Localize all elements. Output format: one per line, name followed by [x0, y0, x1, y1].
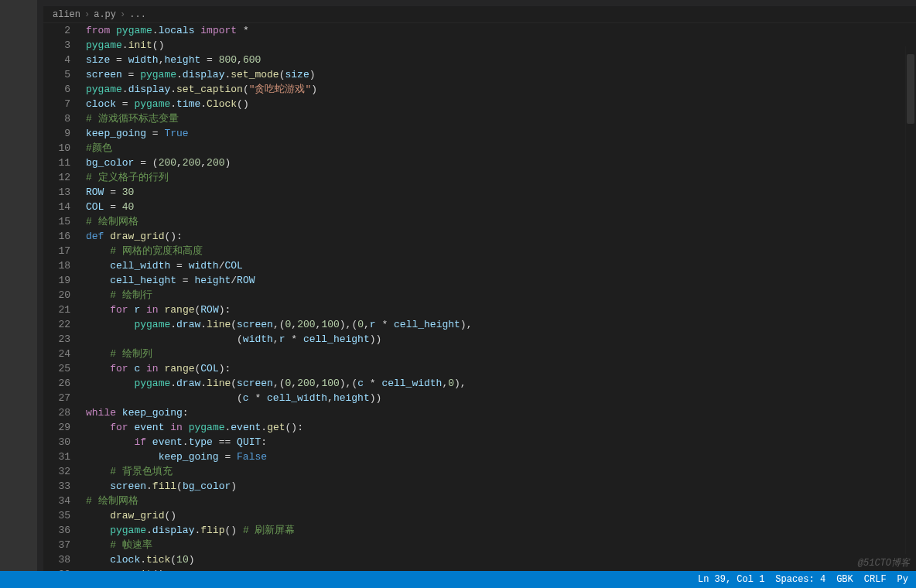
code-line[interactable]: 16def draw_grid():: [43, 229, 916, 244]
line-number[interactable]: 4: [43, 53, 86, 67]
line-content[interactable]: keep_going = True: [86, 126, 916, 141]
line-content[interactable]: COL = 40: [86, 200, 916, 214]
code-line[interactable]: 18 cell_width = width/COL: [43, 258, 916, 273]
code-line[interactable]: 19 cell_height = height/ROW: [43, 273, 916, 288]
line-number[interactable]: 12: [43, 170, 86, 185]
code-line[interactable]: 6pygame.display.set_caption("贪吃蛇游戏"): [43, 82, 916, 97]
code-line[interactable]: 33 screen.fill(bg_color): [43, 479, 916, 494]
line-content[interactable]: cell_height = height/ROW: [86, 273, 916, 288]
line-content[interactable]: pygame.init(): [86, 38, 916, 53]
code-line[interactable]: 29 for event in pygame.event.get():: [43, 420, 916, 435]
status-language[interactable]: Py: [897, 574, 908, 585]
line-content[interactable]: pygame.draw.line(screen,(0,200,100),(0,r…: [86, 317, 916, 332]
code-line[interactable]: 32 # 背景色填充: [43, 464, 916, 479]
line-content[interactable]: def draw_grid():: [86, 229, 916, 244]
line-content[interactable]: bg_color = (200,200,200): [86, 156, 916, 170]
line-number[interactable]: 32: [43, 464, 86, 479]
code-line[interactable]: 28while keep_going:: [43, 405, 916, 420]
line-number[interactable]: 13: [43, 185, 86, 200]
line-number[interactable]: 7: [43, 97, 86, 111]
code-editor[interactable]: 2from pygame.locals import *3pygame.init…: [43, 23, 916, 571]
line-content[interactable]: clock.tick(10): [86, 552, 916, 567]
status-line-col[interactable]: Ln 39, Col 1: [698, 574, 764, 585]
line-content[interactable]: (c * cell_width,height)): [86, 391, 916, 405]
line-content[interactable]: # 绘制行: [86, 288, 916, 303]
line-number[interactable]: 2: [43, 23, 86, 38]
code-line[interactable]: 25 for c in range(COL):: [43, 361, 916, 376]
line-content[interactable]: for event in pygame.event.get():: [86, 420, 916, 435]
code-line[interactable]: 34# 绘制网格: [43, 494, 916, 508]
line-content[interactable]: screen.fill(bg_color): [86, 479, 916, 494]
code-line[interactable]: 24 # 绘制列: [43, 347, 916, 361]
line-number[interactable]: 10: [43, 141, 86, 156]
line-number[interactable]: 9: [43, 126, 86, 141]
line-number[interactable]: 16: [43, 229, 86, 244]
line-content[interactable]: draw_grid(): [86, 508, 916, 523]
line-number[interactable]: 22: [43, 317, 86, 332]
line-number[interactable]: 34: [43, 494, 86, 508]
line-number[interactable]: 29: [43, 420, 86, 435]
code-line[interactable]: 17 # 网格的宽度和高度: [43, 244, 916, 258]
line-number[interactable]: 24: [43, 347, 86, 361]
line-content[interactable]: # 帧速率: [86, 538, 916, 552]
line-number[interactable]: 31: [43, 450, 86, 464]
code-line[interactable]: 37 # 帧速率: [43, 538, 916, 552]
activity-bar[interactable]: [0, 0, 37, 588]
code-line[interactable]: 13ROW = 30: [43, 185, 916, 200]
code-line[interactable]: 30 if event.type == QUIT:: [43, 435, 916, 450]
line-content[interactable]: from pygame.locals import *: [86, 23, 916, 38]
line-content[interactable]: ROW = 30: [86, 185, 916, 200]
tab-bar[interactable]: [43, 0, 916, 6]
line-content[interactable]: pygame.display.set_caption("贪吃蛇游戏"): [86, 82, 916, 97]
line-number[interactable]: 21: [43, 303, 86, 317]
breadcrumb[interactable]: alien › a.py › ...: [43, 6, 916, 23]
status-indentation[interactable]: Spaces: 4: [775, 574, 825, 585]
line-number[interactable]: 6: [43, 82, 86, 97]
line-content[interactable]: if event.type == QUIT:: [86, 435, 916, 450]
line-content[interactable]: size = width,height = 800,600: [86, 53, 916, 67]
line-number[interactable]: 11: [43, 156, 86, 170]
line-number[interactable]: 8: [43, 111, 86, 126]
code-line[interactable]: 22 pygame.draw.line(screen,(0,200,100),(…: [43, 317, 916, 332]
code-line[interactable]: 11bg_color = (200,200,200): [43, 156, 916, 170]
scrollbar-thumb[interactable]: [907, 54, 914, 124]
line-number[interactable]: 37: [43, 538, 86, 552]
line-number[interactable]: 5: [43, 67, 86, 82]
line-content[interactable]: keep_going = False: [86, 450, 916, 464]
line-number[interactable]: 25: [43, 361, 86, 376]
side-bar[interactable]: [37, 0, 43, 588]
code-line[interactable]: 38 clock.tick(10): [43, 552, 916, 567]
code-line[interactable]: 36 pygame.display.flip() # 刷新屏幕: [43, 523, 916, 538]
code-line[interactable]: 26 pygame.draw.line(screen,(0,200,100),(…: [43, 376, 916, 391]
line-number[interactable]: 17: [43, 244, 86, 258]
code-line[interactable]: 8# 游戏循环标志变量: [43, 111, 916, 126]
line-number[interactable]: 28: [43, 405, 86, 420]
line-content[interactable]: pygame.draw.line(screen,(0,200,100),(c *…: [86, 376, 916, 391]
line-content[interactable]: (width,r * cell_height)): [86, 332, 916, 347]
code-line[interactable]: 14COL = 40: [43, 200, 916, 214]
line-number[interactable]: 19: [43, 273, 86, 288]
line-number[interactable]: 33: [43, 479, 86, 494]
line-number[interactable]: 3: [43, 38, 86, 53]
code-line[interactable]: 9keep_going = True: [43, 126, 916, 141]
code-line[interactable]: 23 (width,r * cell_height)): [43, 332, 916, 347]
line-content[interactable]: # 绘制网格: [86, 494, 916, 508]
code-line[interactable]: 7clock = pygame.time.Clock(): [43, 97, 916, 111]
line-number[interactable]: 38: [43, 552, 86, 567]
line-number[interactable]: 27: [43, 391, 86, 405]
line-number[interactable]: 14: [43, 200, 86, 214]
breadcrumb-more[interactable]: ...: [129, 9, 146, 20]
line-number[interactable]: 20: [43, 288, 86, 303]
line-content[interactable]: clock = pygame.time.Clock(): [86, 97, 916, 111]
breadcrumb-file[interactable]: a.py: [94, 9, 116, 20]
code-line[interactable]: 35 draw_grid(): [43, 508, 916, 523]
code-line[interactable]: 15# 绘制网格: [43, 214, 916, 229]
line-content[interactable]: # 背景色填充: [86, 464, 916, 479]
code-line[interactable]: 5screen = pygame.display.set_mode(size): [43, 67, 916, 82]
line-content[interactable]: for r in range(ROW):: [86, 303, 916, 317]
code-line[interactable]: 12# 定义格子的行列: [43, 170, 916, 185]
line-content[interactable]: # 绘制列: [86, 347, 916, 361]
status-encoding[interactable]: GBK: [836, 574, 853, 585]
code-line[interactable]: 3pygame.init(): [43, 38, 916, 53]
code-line[interactable]: 10#颜色: [43, 141, 916, 156]
